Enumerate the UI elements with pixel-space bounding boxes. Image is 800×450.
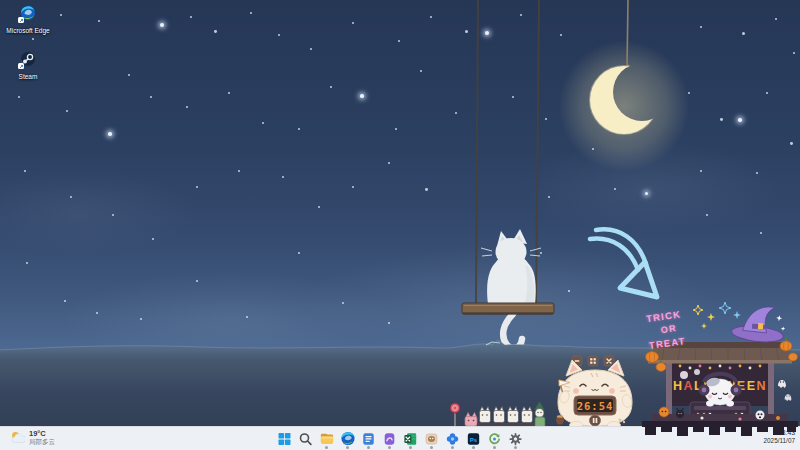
star — [278, 34, 280, 36]
ghosts — [778, 380, 791, 401]
clock-pause-button[interactable] — [590, 415, 601, 426]
moon-string — [627, 0, 628, 68]
pet-green-cat — [534, 401, 545, 428]
star — [190, 16, 192, 18]
arrow-annotation — [586, 224, 671, 306]
weather-icon — [10, 430, 25, 445]
pixel-pets-widget[interactable] — [446, 400, 550, 428]
star — [342, 302, 344, 304]
taskbar-center-icons: Ps — [276, 427, 525, 450]
star — [706, 214, 708, 216]
taskbar-icon-flower-app[interactable] — [444, 428, 462, 450]
pet-pink-cat — [465, 413, 477, 427]
star — [108, 132, 112, 136]
star — [140, 318, 142, 320]
halloween-stand-widget[interactable]: HALLOWEEN TRICK TRICK OR OR TREAT — [640, 300, 800, 438]
star — [64, 300, 66, 302]
star — [395, 128, 397, 130]
star — [32, 38, 34, 40]
star — [150, 96, 152, 98]
star — [756, 172, 758, 174]
neon-sign: TRICK TRICK OR OR TREAT TREAT — [644, 308, 686, 351]
star — [112, 214, 114, 216]
star — [430, 16, 432, 18]
cat-clock-widget[interactable]: 26:54 — [550, 354, 640, 430]
star — [420, 70, 422, 72]
star — [310, 48, 312, 50]
star — [775, 18, 777, 20]
star — [398, 40, 400, 42]
taskbar-icon-settings[interactable] — [507, 428, 525, 450]
star — [70, 196, 72, 198]
weather-temperature: 19°C — [29, 429, 55, 438]
taskbar-icon-edge[interactable] — [339, 428, 357, 450]
desktop-icon-microsoft-edge[interactable]: Microsoft Edge — [2, 5, 54, 35]
pet-sign — [450, 403, 460, 426]
star — [720, 118, 723, 121]
clock-resize-button[interactable] — [588, 356, 598, 366]
windows-start-icon — [278, 432, 292, 446]
taskbar-icon-chat-app[interactable] — [423, 428, 441, 450]
tray-date: 2025/11/07 — [763, 437, 795, 445]
paw-dot — [619, 419, 622, 422]
star — [766, 92, 768, 94]
star — [352, 186, 354, 188]
weather-condition: 局部多云 — [29, 438, 55, 446]
star — [352, 22, 354, 24]
lantern — [694, 369, 700, 375]
star — [238, 170, 240, 172]
star — [246, 316, 248, 318]
taskbar-icon-start[interactable] — [276, 428, 294, 450]
folder-icon — [319, 431, 334, 446]
cat-on-swing — [440, 0, 590, 365]
desktop-icon-steam[interactable]: Steam — [2, 51, 54, 81]
star — [26, 262, 28, 264]
clock-close-button[interactable] — [604, 356, 614, 366]
excel-icon — [404, 432, 418, 446]
taskbar-icon-excel[interactable] — [402, 428, 420, 450]
star — [360, 94, 364, 98]
star — [228, 92, 230, 94]
star — [186, 106, 188, 108]
taskbar-icon-photoshop[interactable]: Ps — [465, 428, 483, 450]
star — [152, 238, 154, 240]
purple-app-icon — [383, 432, 397, 446]
clock-time: 26:54 — [577, 400, 614, 412]
star — [318, 206, 320, 208]
taskbar-icon-search[interactable] — [297, 428, 315, 450]
desktop: Microsoft Edge Steam — [0, 0, 800, 450]
taskbar-weather-widget[interactable]: 19°C 局部多云 — [10, 429, 55, 446]
stand-post — [768, 362, 774, 420]
shortcut-arrow-icon — [18, 17, 24, 23]
star — [96, 312, 98, 314]
star — [790, 142, 793, 145]
taskbar-icon-file-explorer[interactable] — [318, 428, 336, 450]
lantern — [680, 371, 688, 379]
star — [760, 232, 762, 234]
star — [738, 118, 742, 122]
star — [742, 32, 745, 35]
taskbar-icon-reader-app[interactable] — [360, 428, 378, 450]
chat-app-icon — [425, 432, 439, 446]
svg-text:Ps: Ps — [470, 435, 478, 442]
star — [645, 192, 648, 195]
star — [98, 20, 100, 22]
taskbar-icon-purple-app[interactable] — [381, 428, 399, 450]
coffee-mug — [556, 415, 564, 424]
gear-icon — [509, 432, 523, 446]
star — [388, 322, 390, 324]
icon-label: Microsoft Edge — [2, 27, 54, 35]
star — [250, 12, 252, 14]
witch-hat — [731, 303, 788, 344]
svg-text:OR: OR — [660, 323, 677, 335]
shortcut-arrow-icon — [18, 63, 24, 69]
taskbar-icon-sync-app[interactable] — [486, 428, 504, 450]
search-icon — [299, 432, 313, 446]
star — [24, 170, 26, 172]
sync-app-icon — [488, 432, 502, 446]
icon-label: Steam — [2, 73, 54, 81]
photoshop-icon: Ps — [467, 432, 481, 446]
star — [388, 162, 390, 164]
flower-app-icon — [446, 432, 460, 446]
svg-text:TRICK: TRICK — [645, 308, 681, 324]
